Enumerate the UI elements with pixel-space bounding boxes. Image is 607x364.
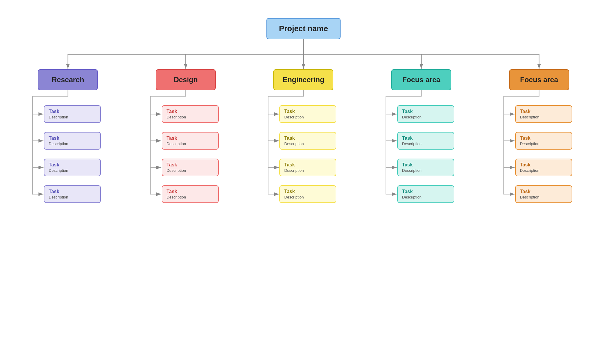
tasks-focus1: Task Description Task Description Task D… bbox=[388, 105, 454, 203]
category-focus1[interactable]: Focus area bbox=[391, 69, 451, 90]
task-item[interactable]: Task Description bbox=[279, 105, 336, 123]
task-desc: Description bbox=[167, 142, 214, 146]
task-desc: Description bbox=[284, 168, 332, 173]
category-research[interactable]: Research bbox=[38, 69, 98, 90]
task-item[interactable]: Task Description bbox=[162, 105, 219, 123]
task-item[interactable]: Task Description bbox=[515, 105, 572, 123]
tasks-focus2: Task Description Task Description Task D… bbox=[506, 105, 572, 203]
task-desc: Description bbox=[167, 195, 214, 199]
task-title: Task bbox=[284, 109, 332, 114]
task-title: Task bbox=[520, 136, 567, 141]
task-title: Task bbox=[520, 109, 567, 114]
category-focus1-label: Focus area bbox=[402, 76, 440, 84]
task-item[interactable]: Task Description bbox=[44, 159, 101, 176]
task-title: Task bbox=[520, 162, 567, 168]
task-desc: Description bbox=[402, 142, 449, 146]
task-item[interactable]: Task Description bbox=[515, 185, 572, 203]
category-design[interactable]: Design bbox=[156, 69, 216, 90]
task-title: Task bbox=[402, 136, 449, 141]
root-label: Project name bbox=[279, 24, 328, 33]
tasks-design: Task Description Task Description Task D… bbox=[153, 105, 219, 203]
task-desc: Description bbox=[49, 142, 96, 146]
task-desc: Description bbox=[520, 168, 567, 173]
category-focus2-label: Focus area bbox=[520, 76, 558, 84]
task-desc: Description bbox=[49, 195, 96, 199]
task-title: Task bbox=[167, 109, 214, 114]
task-item[interactable]: Task Description bbox=[397, 159, 454, 176]
task-desc: Description bbox=[520, 195, 567, 199]
task-desc: Description bbox=[49, 168, 96, 173]
task-desc: Description bbox=[284, 142, 332, 146]
column-focus1: Focus area Task Description Task Descrip… bbox=[367, 69, 475, 203]
task-desc: Description bbox=[520, 115, 567, 119]
task-title: Task bbox=[402, 162, 449, 168]
task-item[interactable]: Task Description bbox=[397, 105, 454, 123]
task-desc: Description bbox=[520, 142, 567, 146]
task-title: Task bbox=[402, 109, 449, 114]
task-title: Task bbox=[402, 189, 449, 194]
task-item[interactable]: Task Description bbox=[44, 105, 101, 123]
task-item[interactable]: Task Description bbox=[515, 159, 572, 176]
task-item[interactable]: Task Description bbox=[44, 185, 101, 203]
task-item[interactable]: Task Description bbox=[44, 132, 101, 150]
task-title: Task bbox=[520, 189, 567, 194]
task-title: Task bbox=[167, 136, 214, 141]
category-engineering-label: Engineering bbox=[283, 76, 324, 84]
root-node: Project name bbox=[266, 18, 341, 39]
task-title: Task bbox=[167, 162, 214, 168]
task-desc: Description bbox=[402, 195, 449, 199]
category-focus2[interactable]: Focus area bbox=[509, 69, 569, 90]
tasks-engineering: Task Description Task Description Task D… bbox=[270, 105, 336, 203]
task-desc: Description bbox=[49, 115, 96, 119]
task-desc: Description bbox=[284, 195, 332, 199]
task-item[interactable]: Task Description bbox=[162, 159, 219, 176]
category-design-label: Design bbox=[174, 76, 198, 84]
category-engineering[interactable]: Engineering bbox=[273, 69, 333, 90]
column-engineering: Engineering Task Description Task Descri… bbox=[249, 69, 357, 203]
task-item[interactable]: Task Description bbox=[162, 132, 219, 150]
diagram: Project name Research Task Description T… bbox=[0, 0, 607, 364]
column-focus2: Focus area Task Description Task Descrip… bbox=[485, 69, 593, 203]
task-item[interactable]: Task Description bbox=[279, 159, 336, 176]
task-title: Task bbox=[284, 136, 332, 141]
tasks-research: Task Description Task Description Task D… bbox=[35, 105, 101, 203]
task-desc: Description bbox=[167, 168, 214, 173]
task-title: Task bbox=[49, 136, 96, 141]
task-title: Task bbox=[284, 162, 332, 168]
task-item[interactable]: Task Description bbox=[279, 185, 336, 203]
task-item[interactable]: Task Description bbox=[397, 185, 454, 203]
task-desc: Description bbox=[402, 115, 449, 119]
column-design: Design Task Description Task Description… bbox=[132, 69, 240, 203]
task-item[interactable]: Task Description bbox=[162, 185, 219, 203]
column-research: Research Task Description Task Descripti… bbox=[14, 69, 122, 203]
category-research-label: Research bbox=[52, 76, 84, 84]
task-item[interactable]: Task Description bbox=[279, 132, 336, 150]
task-title: Task bbox=[167, 189, 214, 194]
task-desc: Description bbox=[284, 115, 332, 119]
task-title: Task bbox=[284, 189, 332, 194]
task-desc: Description bbox=[402, 168, 449, 173]
task-title: Task bbox=[49, 189, 96, 194]
task-title: Task bbox=[49, 109, 96, 114]
task-item[interactable]: Task Description bbox=[397, 132, 454, 150]
task-item[interactable]: Task Description bbox=[515, 132, 572, 150]
task-desc: Description bbox=[167, 115, 214, 119]
task-title: Task bbox=[49, 162, 96, 168]
